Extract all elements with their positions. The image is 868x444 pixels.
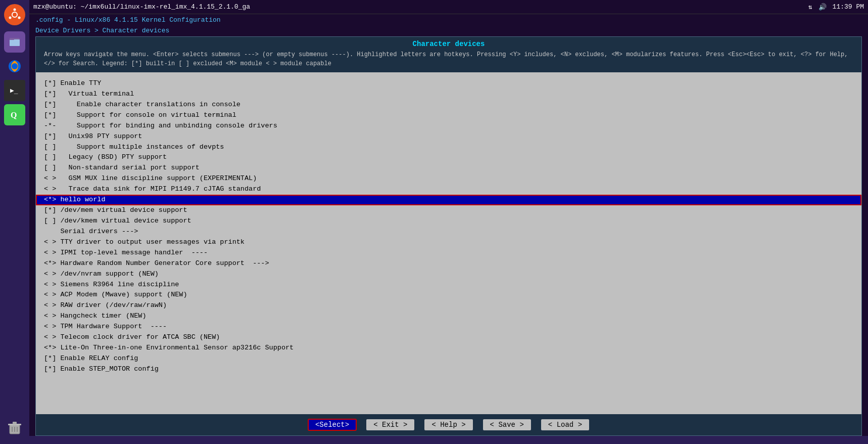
menu-item-item-10[interactable]: < > GSM MUX line discipline support (EXP… (36, 173, 861, 184)
btn-help[interactable]: < Help > (424, 419, 472, 430)
menu-item-item-22[interactable]: < > RAW driver (/dev/raw/rawN) (36, 300, 861, 311)
menu-item-item-1[interactable]: [*] Enable TTY (36, 78, 861, 89)
config-label: .config - Linux/x86 4.1.15 Kernel Config… (29, 14, 868, 25)
menu-item-item-4[interactable]: [*] Support for console on virtual termi… (36, 110, 861, 121)
kconfig-help: Arrow keys navigate the menu. <Enter> se… (36, 50, 861, 72)
svg-rect-16 (13, 422, 17, 424)
qt-icon[interactable]: Q (4, 104, 25, 125)
menu-item-item-25[interactable]: < > Telecom clock driver for ATCA SBC (N… (36, 332, 861, 343)
menu-item-item-23[interactable]: < > Hangcheck timer (NEW) (36, 311, 861, 322)
menu-item-item-9[interactable]: [ ] Non-standard serial port support (36, 163, 861, 173)
menu-item-item-27[interactable]: [*] Enable RELAY config (36, 353, 861, 364)
sidebar: ▶_ Q (0, 0, 29, 444)
svg-point-4 (18, 17, 21, 19)
svg-text:Q: Q (11, 111, 17, 119)
menu-item-item-20[interactable]: < > Siemens R3964 line discipline (36, 280, 861, 290)
svg-rect-7 (10, 38, 14, 40)
btn-load[interactable]: < Load > (541, 419, 589, 430)
files-icon[interactable] (4, 31, 25, 53)
kconfig-panel: Character devices Arrow keys navigate th… (35, 36, 862, 436)
menu-item-item-28[interactable]: [*] Enable STEP_MOTOR config (36, 364, 861, 375)
menu-item-item-17[interactable]: < > IPMI top-level message handler ---- (36, 248, 861, 258)
firefox-icon[interactable] (4, 56, 25, 77)
menu-item-item-7[interactable]: [ ] Support multiple instances of devpts (36, 142, 861, 153)
config-label-text: .config - Linux/x86 4.1.15 Kernel Config… (35, 16, 221, 24)
menu-item-item-18[interactable]: <*> Hardware Random Number Generator Cor… (36, 258, 861, 269)
menu-item-item-6[interactable]: [*] Unix98 PTY support (36, 131, 861, 142)
menu-item-item-26[interactable]: <*> Lite-On Three-in-one Environmental S… (36, 343, 861, 353)
svg-point-3 (9, 17, 12, 19)
menu-item-item-12[interactable]: <*> hello world (36, 195, 861, 205)
menu-item-item-13[interactable]: [*] /dev/mem virtual device support (36, 205, 861, 216)
menu-item-item-11[interactable]: < > Trace data sink for MIPI P1149.7 cJT… (36, 184, 861, 195)
btn-select[interactable]: <Select> (308, 419, 356, 430)
titlebar-right: ⇅ 🔊 11:39 PM (808, 3, 864, 11)
btn-save[interactable]: < Save > (483, 419, 531, 430)
menu-item-item-15[interactable]: Serial drivers ---> (36, 227, 861, 237)
menu-item-item-5[interactable]: -*- Support for binding and unbinding co… (36, 121, 861, 131)
btn-exit[interactable]: < Exit > (366, 419, 414, 430)
kconfig-content[interactable]: [*] Enable TTY [*] Virtual terminal [*] … (36, 72, 861, 414)
trash-icon[interactable] (4, 418, 25, 439)
menu-item-item-3[interactable]: [*] Enable character translations in con… (36, 100, 861, 110)
svg-point-9 (12, 63, 18, 69)
titlebar-text: mzx@ubuntu: ~/imx6ull/linux-imx-rel_imx_… (33, 3, 250, 11)
titlebar: mzx@ubuntu: ~/imx6ull/linux-imx-rel_imx_… (29, 0, 868, 14)
svg-point-2 (14, 9, 16, 11)
menu-item-item-2[interactable]: [*] Virtual terminal (36, 89, 861, 100)
volume-icon: 🔊 (818, 3, 827, 11)
terminal-icon[interactable]: ▶_ (4, 80, 25, 101)
kconfig-title: Character devices (36, 37, 861, 50)
breadcrumb-text: Device Drivers > Character devices (35, 27, 169, 34)
menu-item-item-24[interactable]: < > TPM Hardware Support ---- (36, 322, 861, 332)
breadcrumb: Device Drivers > Character devices (29, 25, 868, 36)
menu-item-item-19[interactable]: < > /dev/nvram support (NEW) (36, 269, 861, 280)
menu-item-item-21[interactable]: < > ACP Modem (Mwave) support (NEW) (36, 290, 861, 300)
bottom-scrollbar[interactable] (29, 436, 868, 444)
clock: 11:39 PM (833, 3, 864, 11)
main-area: mzx@ubuntu: ~/imx6ull/linux-imx-rel_imx_… (29, 0, 868, 444)
menu-item-item-8[interactable]: [ ] Legacy (BSD) PTY support (36, 152, 861, 163)
network-icon: ⇅ (808, 3, 812, 11)
menu-item-item-16[interactable]: < > TTY driver to output user messages v… (36, 237, 861, 248)
svg-text:▶_: ▶_ (10, 86, 18, 94)
kconfig-buttons: <Select>< Exit >< Help >< Save >< Load > (36, 414, 861, 435)
menu-item-item-14[interactable]: [ ] /dev/kmem virtual device support (36, 216, 861, 227)
svg-rect-6 (10, 39, 20, 46)
ubuntu-icon[interactable] (4, 4, 25, 25)
